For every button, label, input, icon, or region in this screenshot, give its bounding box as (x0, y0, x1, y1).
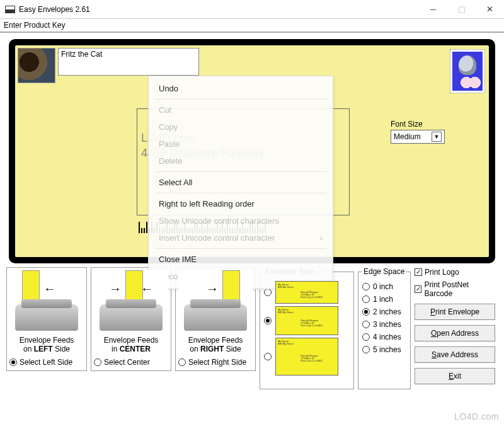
ctx-delete: Delete (149, 152, 333, 169)
radio-icon (9, 358, 17, 366)
radio-icon (362, 321, 370, 328)
return-address-text: Fritz the Cat (61, 50, 102, 59)
bottom-panel: ← Envelope Feeds on LEFT Side Select Lef… (0, 267, 504, 394)
edge-space-group: Edge Space 0 inch 1 inch 2 inches 3 inch… (358, 267, 411, 389)
ctx-rtl[interactable]: Right to left Reading order (149, 195, 333, 212)
menu-enter-product-key[interactable]: Enter Product Key (4, 21, 65, 30)
right-column: ✓ Print Logo ✓ Print PostNet Barcode Pri… (415, 267, 495, 384)
edge-2[interactable]: 2 inches (362, 307, 406, 316)
feed-right-panel: → Envelope Feeds on RIGHT Side Select Ri… (175, 267, 256, 371)
env-size-large[interactable]: My Name888 My StreetRonald Reagan123 Mai… (264, 338, 350, 375)
edge-space-legend: Edge Space (362, 267, 406, 276)
chk-print-logo[interactable]: ✓ Print Logo (415, 268, 495, 277)
watermark: LO4D.com (454, 411, 499, 421)
font-size-select[interactable]: Medium ▼ (391, 130, 445, 144)
checkbox-icon: ✓ (415, 268, 422, 276)
ctx-show-ucc: Show Unicode control characters (149, 212, 333, 229)
radio-icon (362, 308, 370, 316)
context-menu: Undo Cut Copy Paste Delete Select All Ri… (148, 76, 333, 289)
exit-button[interactable]: Exit (415, 368, 495, 384)
ctx-paste: Paste (149, 135, 333, 152)
return-address-input[interactable]: Fritz the Cat (58, 48, 199, 76)
app-icon (5, 6, 15, 13)
open-address-button[interactable]: Open Address (415, 325, 495, 341)
ctx-cut: Cut (149, 101, 333, 118)
titlebar: Easy Envelopes 2.61 ─ ▢ ✕ (0, 0, 504, 19)
feed-center-label1: Envelope Feeds (104, 336, 159, 345)
maximize-button[interactable]: ▢ (447, 0, 476, 19)
edge-5[interactable]: 5 inches (362, 345, 406, 354)
menubar: Enter Product Key (0, 19, 504, 33)
ctx-copy: Copy (149, 118, 333, 135)
edge-0[interactable]: 0 inch (362, 282, 406, 291)
env-size-medium[interactable]: My Name888 My StreetRonald Reagan123 Mai… (264, 306, 350, 335)
close-button[interactable]: ✕ (476, 0, 504, 19)
return-logo-image[interactable] (18, 48, 55, 83)
feed-right-label1: Envelope Feeds (188, 336, 243, 345)
env-size-small[interactable]: My Name888 My StreetRonald Reagan123 Mai… (264, 281, 350, 304)
feed-center-panel: → ← Envelope Feeds in CENTER Select Cent… (91, 267, 171, 371)
radio-icon (362, 346, 370, 353)
radio-select-right[interactable]: Select Right Side (178, 358, 253, 367)
window-title: Easy Envelopes 2.61 (19, 5, 419, 14)
radio-icon (362, 283, 370, 290)
save-address-button[interactable]: Save Address (415, 347, 495, 363)
ctx-insert-ucc: Insert Unicode control character (149, 229, 333, 246)
radio-icon (362, 295, 370, 303)
radio-icon (94, 358, 101, 366)
feed-left-label1: Envelope Feeds (20, 336, 74, 345)
minimize-button[interactable]: ─ (419, 0, 447, 19)
radio-icon (264, 289, 272, 296)
checkbox-icon: ✓ (415, 285, 421, 293)
radio-select-left[interactable]: Select Left Side (9, 358, 84, 367)
edge-3[interactable]: 3 inches (362, 320, 406, 329)
radio-icon (178, 358, 186, 366)
feed-left-panel: ← Envelope Feeds on LEFT Side Select Lef… (6, 267, 87, 371)
font-size-label: Font Size (391, 120, 423, 129)
ctx-select-all[interactable]: Select All (149, 174, 333, 191)
stamp-image[interactable] (450, 49, 485, 93)
edge-4[interactable]: 4 inches (362, 333, 406, 341)
ctx-undo[interactable]: Undo (149, 80, 333, 97)
ctx-close-ime[interactable]: Close IME (149, 251, 333, 268)
radio-icon (264, 317, 272, 324)
radio-icon (362, 333, 370, 341)
font-size-value: Medium (394, 132, 421, 141)
chevron-down-icon: ▼ (432, 132, 442, 142)
chk-print-barcode[interactable]: ✓ Print PostNet Barcode (415, 280, 495, 298)
radio-select-center[interactable]: Select Center (94, 358, 168, 367)
edge-1[interactable]: 1 inch (362, 295, 406, 304)
radio-icon (264, 353, 272, 360)
print-envelope-button[interactable]: Print Envelope (415, 304, 495, 320)
